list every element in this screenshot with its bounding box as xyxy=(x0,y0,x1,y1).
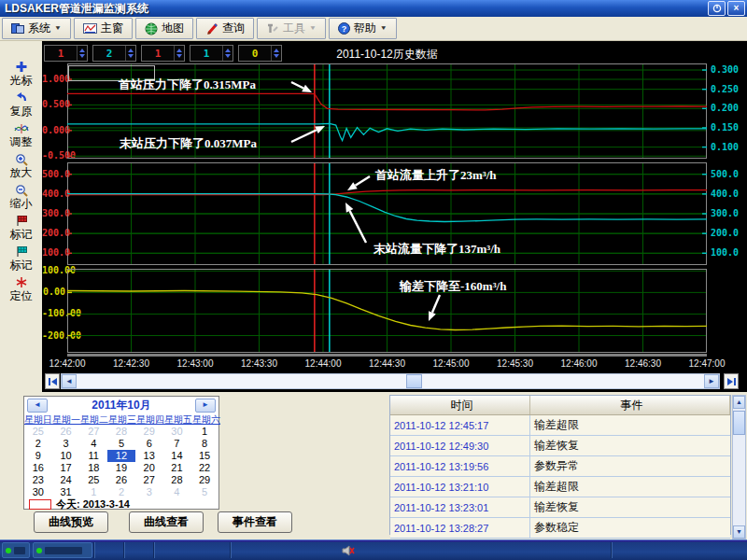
action-button-1[interactable]: 曲线预览 xyxy=(34,511,108,533)
calendar-day[interactable]: 30 xyxy=(24,486,52,498)
calendar-day[interactable]: 20 xyxy=(135,462,163,474)
calendar-day[interactable]: 29 xyxy=(135,426,163,438)
calendar-day[interactable]: 27 xyxy=(79,426,107,438)
calendar-day[interactable]: 9 xyxy=(24,450,52,462)
horizontal-scrollbar[interactable]: ◄ ► xyxy=(61,373,720,389)
calendar-day[interactable]: 17 xyxy=(52,462,80,474)
event-scrollbar-thumb[interactable] xyxy=(733,411,745,435)
query-icon xyxy=(205,22,218,35)
column-header-time[interactable]: 时间 xyxy=(390,396,530,414)
calendar-day[interactable]: 14 xyxy=(163,450,191,462)
event-table-row[interactable]: 2011-10-12 12:45:17输差超限 xyxy=(390,415,730,436)
calendar-day[interactable]: 11 xyxy=(79,450,107,462)
taskbar-separator xyxy=(153,542,155,558)
sidebar-tool-2[interactable]: 复原 xyxy=(0,91,42,118)
calendar-day[interactable]: 16 xyxy=(24,462,52,474)
event-table-row[interactable]: 2011-10-12 13:23:01输差恢复 xyxy=(390,497,730,518)
event-table-row[interactable]: 2011-10-12 12:49:30输差恢复 xyxy=(390,436,730,456)
muted-speaker-icon[interactable] xyxy=(342,544,355,560)
pressure-chart-canvas[interactable]: 首站压力下降了0.315MPa末站压力下降了0.037MPa xyxy=(67,63,707,159)
scroll-left-button[interactable]: ◄ xyxy=(62,374,77,388)
menu-button-6[interactable]: ?帮助▼ xyxy=(329,18,397,39)
calendar-day-selected[interactable]: 12 xyxy=(107,450,135,462)
calendar-day[interactable]: 6 xyxy=(135,438,163,450)
calendar-day[interactable]: 29 xyxy=(190,474,218,486)
calendar-day[interactable]: 5 xyxy=(107,438,135,450)
jump-start-button[interactable] xyxy=(45,373,60,389)
cursor-cross-icon xyxy=(15,61,28,73)
y-axis-tick-right: 500.0 xyxy=(711,170,747,179)
calendar-day[interactable]: 19 xyxy=(107,462,135,474)
calendar-day[interactable]: 4 xyxy=(163,486,191,498)
x-axis-label: 12:47:00 xyxy=(689,358,726,369)
calendar-day[interactable]: 15 xyxy=(190,450,218,462)
event-table-scrollbar[interactable]: ▲ ▼ xyxy=(732,395,746,539)
calendar-day[interactable]: 2 xyxy=(24,438,52,450)
jump-start-icon xyxy=(47,376,59,387)
flow-difference-chart-canvas[interactable]: 输差下降至-160m³/h xyxy=(67,269,707,353)
chart-annotation: 输差下降至-160m³/h xyxy=(399,279,507,293)
calendar-day[interactable]: 1 xyxy=(190,426,218,438)
calendar-day[interactable]: 13 xyxy=(135,450,163,462)
calendar-day[interactable]: 3 xyxy=(135,486,163,498)
taskbar-item-1[interactable] xyxy=(2,542,30,558)
calendar-day[interactable]: 25 xyxy=(79,474,107,486)
sidebar-tool-5[interactable]: 缩小 xyxy=(0,183,42,210)
calendar-day[interactable]: 18 xyxy=(79,462,107,474)
event-table-row[interactable]: 2011-10-12 13:21:10输差超限 xyxy=(390,477,730,497)
scroll-up-button[interactable]: ▲ xyxy=(733,396,745,409)
calendar-day[interactable]: 25 xyxy=(24,426,52,438)
sidebar-tool-1[interactable]: 光标 xyxy=(0,60,42,87)
taskbar-item-2[interactable] xyxy=(33,542,92,558)
calendar-day[interactable]: 21 xyxy=(163,462,191,474)
minimize-button[interactable] xyxy=(708,1,726,16)
sidebar-tool-7[interactable]: 标记 xyxy=(0,245,42,272)
scroll-down-button[interactable]: ▼ xyxy=(733,525,745,539)
sidebar-tool-6[interactable]: 标记 xyxy=(0,214,42,241)
column-header-event[interactable]: 事件 xyxy=(530,396,730,414)
menu-button-5[interactable]: 工具▼ xyxy=(257,18,326,39)
calendar-day[interactable]: 4 xyxy=(79,438,107,450)
x-axis-label: 12:43:30 xyxy=(241,358,277,369)
scrollbar-thumb[interactable] xyxy=(406,374,422,388)
app-green-dot-icon xyxy=(6,548,11,553)
flow-chart-canvas[interactable]: 首站流量上升了23m³/h末站流量下降了137m³/h xyxy=(67,162,707,265)
calendar-day[interactable]: 10 xyxy=(52,450,80,462)
sidebar-tool-3[interactable]: 调整 xyxy=(0,121,42,148)
today-marker-box xyxy=(29,499,51,510)
calendar-day[interactable]: 26 xyxy=(107,474,135,486)
x-axis-label: 12:44:00 xyxy=(305,358,342,369)
calendar-day[interactable]: 28 xyxy=(163,474,191,486)
chart-annotation: 首站压力下降了0.315MPa xyxy=(118,77,256,91)
adjust-curves-icon xyxy=(14,123,29,134)
menu-button-3[interactable]: 地图 xyxy=(135,18,193,39)
sidebar-tool-8[interactable]: 定位 xyxy=(0,275,42,302)
event-table-row[interactable]: 2011-10-12 13:28:27参数稳定 xyxy=(390,518,730,539)
menu-button-2[interactable]: 主窗 xyxy=(74,18,133,39)
action-button-2[interactable]: 曲线查看 xyxy=(129,511,204,533)
calendar-day[interactable]: 27 xyxy=(135,474,163,486)
chart-panel: 12110 2011-10-12历史数据 12:42:0012:42:3012:… xyxy=(42,41,747,392)
sidebar-tool-4[interactable]: 放大 xyxy=(0,152,42,179)
calendar-day[interactable]: 8 xyxy=(190,438,218,450)
menu-button-4[interactable]: 查询 xyxy=(196,18,254,39)
calendar-day[interactable]: 24 xyxy=(52,474,80,486)
event-table-row[interactable]: 2011-10-12 13:19:56参数异常 xyxy=(390,456,730,477)
calendar-day[interactable]: 30 xyxy=(163,426,191,438)
calendar-day[interactable]: 5 xyxy=(190,486,218,498)
action-button-3[interactable]: 事件查看 xyxy=(218,511,292,533)
jump-end-button[interactable] xyxy=(724,373,739,389)
scroll-right-button[interactable]: ► xyxy=(704,374,719,388)
calendar-day[interactable]: 23 xyxy=(24,474,52,486)
calendar-next-button[interactable]: ► xyxy=(195,399,216,413)
calendar-day[interactable]: 26 xyxy=(52,426,80,438)
close-button[interactable]: × xyxy=(727,1,745,16)
today-label[interactable]: 今天: 2013-3-14 xyxy=(56,497,130,511)
calendar-day[interactable]: 22 xyxy=(190,462,218,474)
calendar-prev-button[interactable]: ◄ xyxy=(27,399,48,413)
calendar-day[interactable]: 7 xyxy=(163,438,191,450)
calendar-day[interactable]: 3 xyxy=(52,438,80,450)
y-axis-tick-left: 200.0 xyxy=(42,229,65,238)
calendar-day[interactable]: 28 xyxy=(107,426,135,438)
menu-button-1[interactable]: 系统▼ xyxy=(2,18,71,39)
